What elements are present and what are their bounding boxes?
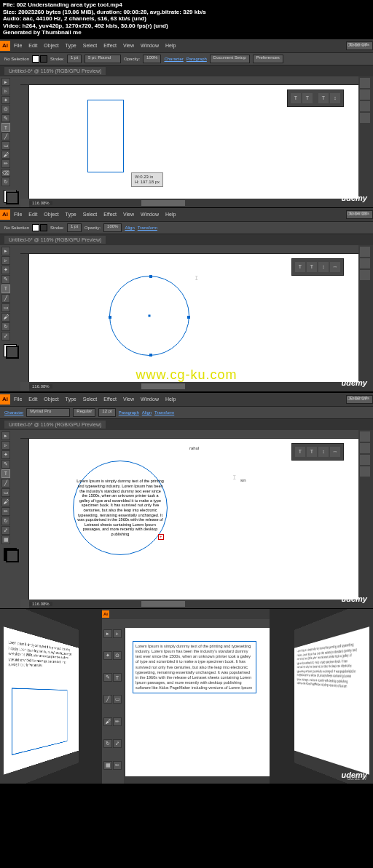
menu-help-2[interactable]: Help bbox=[162, 210, 178, 218]
menu-view-2[interactable]: View bbox=[120, 210, 137, 218]
menu-file[interactable]: File bbox=[11, 41, 25, 49]
menu-window-2[interactable]: Window bbox=[138, 210, 162, 218]
scale-3-icon[interactable]: ⤢ bbox=[1, 526, 10, 535]
menu-view[interactable]: View bbox=[120, 41, 137, 49]
rotate-2-icon[interactable]: ↻ bbox=[1, 322, 10, 331]
doc-setup-btn[interactable]: Document Setup bbox=[210, 55, 250, 63]
align-link[interactable]: Align bbox=[125, 226, 134, 230]
rect-3-icon[interactable]: ▭ bbox=[1, 488, 10, 497]
type-2-icon[interactable]: T bbox=[1, 284, 10, 293]
menu-select[interactable]: Select bbox=[80, 41, 100, 49]
para-link[interactable]: Paragraph bbox=[186, 57, 207, 61]
menu-type-2[interactable]: Type bbox=[63, 210, 79, 218]
fill-stroke-indicator[interactable] bbox=[1, 187, 19, 206]
dock-color-icon[interactable] bbox=[360, 78, 370, 88]
ruler-h-2 bbox=[20, 245, 358, 254]
type-tool-icon[interactable]: T bbox=[1, 123, 10, 132]
status-bar-2: 116.08% bbox=[29, 382, 358, 391]
transform-link[interactable]: Transform bbox=[138, 226, 157, 230]
type-panel-3[interactable]: T T ↕ ↔ bbox=[291, 443, 344, 461]
wand-3-icon[interactable]: ✦ bbox=[1, 450, 10, 459]
pen-2-icon[interactable]: ✎ bbox=[1, 275, 10, 284]
line-2-icon[interactable]: ╱ bbox=[1, 294, 10, 303]
pen-tool-icon[interactable]: ✎ bbox=[1, 114, 10, 123]
status-bar-3: 116.08% bbox=[29, 600, 358, 608]
dock-swatches-icon[interactable] bbox=[360, 89, 370, 100]
type-btn-4[interactable]: ↕ bbox=[330, 93, 340, 103]
pencil-3-icon[interactable]: ✏ bbox=[1, 507, 10, 516]
fill-stroke-3[interactable] bbox=[1, 545, 19, 564]
rot-3-icon[interactable]: ↻ bbox=[1, 517, 10, 525]
type-options-panel[interactable]: T T T ↕ bbox=[287, 89, 344, 107]
direct-select-2-icon[interactable]: ▹ bbox=[1, 256, 10, 265]
lasso-tool-icon[interactable]: ⊙ bbox=[1, 105, 10, 114]
char-link[interactable]: Character bbox=[164, 57, 183, 61]
menu-select-2[interactable]: Select bbox=[80, 210, 100, 218]
line-tool-icon[interactable]: ╱ bbox=[1, 132, 10, 141]
menu-edit[interactable]: Edit bbox=[25, 41, 40, 49]
rect-2-icon[interactable]: ▭ bbox=[1, 303, 10, 312]
dock-layers-icon[interactable] bbox=[360, 113, 370, 123]
selection-tool-icon[interactable]: ▸ bbox=[1, 78, 10, 87]
circle-shape[interactable] bbox=[109, 276, 189, 356]
lorem-text[interactable]: Lorem Ipsum is simply dummy text of the … bbox=[76, 479, 164, 536]
font-family[interactable]: Myriad Pro bbox=[26, 408, 70, 417]
right-dock-2 bbox=[358, 245, 373, 391]
persp-center-canvas[interactable]: Lorem Ipsum is simply dummy text of the … bbox=[125, 628, 270, 776]
menu-effect[interactable]: Effect bbox=[101, 41, 119, 49]
label-sin: sin bbox=[240, 478, 246, 482]
prefs-btn[interactable]: Preferences bbox=[253, 55, 283, 63]
dir-3-icon[interactable]: ▹ bbox=[1, 441, 10, 450]
sel-3-icon[interactable]: ▸ bbox=[1, 431, 10, 440]
tools-panel-3: ▸ ▹ ✦ ✎ T ╱ ▭ 🖌 ✏ ↻ ⤢ ▦ bbox=[0, 430, 20, 608]
canvas-area[interactable]: W:0.23 in H: 197.18 px T T T ↕ 116.08% bbox=[20, 76, 358, 207]
menu-window[interactable]: Window bbox=[138, 41, 162, 49]
brush-2-icon[interactable]: 🖌 bbox=[1, 313, 10, 322]
type-btn-2[interactable]: T bbox=[302, 93, 313, 103]
rectangle-shape[interactable] bbox=[87, 100, 124, 172]
text-overflow-icon[interactable] bbox=[158, 534, 164, 540]
fill-stroke-swatch-2[interactable] bbox=[32, 224, 47, 231]
grad-3-icon[interactable]: ▦ bbox=[1, 535, 10, 544]
control-bar: No Selection Stroke: 1 pt 5 pt. Round Op… bbox=[0, 52, 373, 65]
eraser-tool-icon[interactable]: ⌫ bbox=[1, 169, 10, 178]
font-size[interactable]: 12 pt bbox=[98, 408, 115, 417]
pen-3-icon[interactable]: ✎ bbox=[1, 460, 10, 469]
menu-type[interactable]: Type bbox=[63, 41, 79, 49]
opacity-value[interactable]: 100% bbox=[143, 55, 161, 63]
menu-help[interactable]: Help bbox=[162, 41, 178, 49]
scroll-thumb-h[interactable] bbox=[141, 200, 185, 206]
menu-effect-2[interactable]: Effect bbox=[101, 210, 119, 218]
menu-object-2[interactable]: Object bbox=[41, 210, 61, 218]
type-panel-2[interactable]: T T ↕ ↔ bbox=[291, 258, 344, 276]
type-3-icon[interactable]: T bbox=[1, 469, 10, 478]
stroke-label: Stroke: bbox=[50, 57, 64, 61]
type-btn-3[interactable]: T bbox=[318, 93, 329, 103]
dock-brushes-icon[interactable] bbox=[360, 101, 370, 111]
scale-2-icon[interactable]: ⤢ bbox=[1, 332, 10, 341]
zoom-level[interactable]: 116.08% bbox=[29, 201, 52, 205]
menu-file-2[interactable]: File bbox=[11, 210, 25, 218]
line-3-icon[interactable]: ╱ bbox=[1, 479, 10, 487]
fill-stroke-swatch[interactable] bbox=[32, 55, 47, 63]
direct-select-tool-icon[interactable]: ▹ bbox=[1, 87, 10, 95]
pencil-tool-icon[interactable]: ✏ bbox=[1, 159, 10, 168]
area-type-circle[interactable]: Lorem Ipsum is simply dummy text of the … bbox=[73, 461, 168, 555]
rect-tool-icon[interactable]: ▭ bbox=[1, 141, 10, 150]
brush-3-icon[interactable]: 🖌 bbox=[1, 498, 10, 506]
type-btn-1[interactable]: T bbox=[291, 93, 301, 103]
stroke-weight[interactable]: 1 pt bbox=[67, 55, 82, 63]
brush-select[interactable]: 5 pt. Round bbox=[85, 55, 121, 63]
menu-edit-2[interactable]: Edit bbox=[25, 210, 40, 218]
doc-tab-2[interactable]: Untitled-6* @ 116% (RGB/GPU Preview) bbox=[4, 236, 106, 244]
wand-2-icon[interactable]: ✦ bbox=[1, 266, 10, 274]
fill-stroke-2[interactable] bbox=[1, 341, 19, 360]
menu-object[interactable]: Object bbox=[41, 41, 61, 49]
doc-tab-1[interactable]: Untitled-6* @ 116% (RGB/GPU Preview) bbox=[4, 67, 106, 75]
font-style[interactable]: Regular bbox=[73, 408, 95, 417]
selection-tool-2-icon[interactable]: ▸ bbox=[1, 247, 10, 255]
brush-tool-icon[interactable]: 🖌 bbox=[1, 151, 10, 159]
wand-tool-icon[interactable]: ✦ bbox=[1, 96, 10, 105]
canvas-area-3[interactable]: rahul sin ⌶ Lorem Ipsum is simply dummy … bbox=[20, 430, 358, 608]
rotate-tool-icon[interactable]: ↻ bbox=[1, 178, 10, 186]
